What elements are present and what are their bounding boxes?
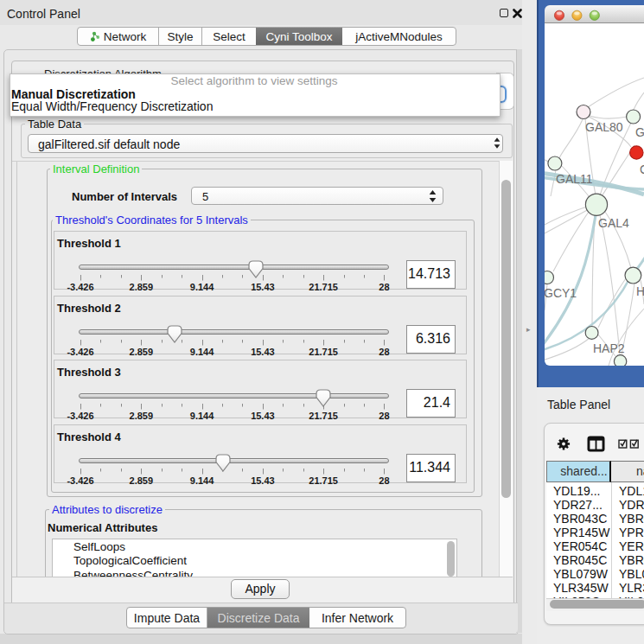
svg-text:GA: GA	[635, 125, 644, 139]
svg-text:GCY1: GCY1	[545, 286, 577, 300]
svg-text:C: C	[640, 163, 644, 176]
svg-text:GAL80: GAL80	[585, 120, 623, 134]
svg-text:GAL11: GAL11	[556, 172, 593, 186]
svg-text:HA: HA	[636, 284, 644, 298]
svg-text:GAL4: GAL4	[598, 216, 629, 230]
svg-text:HAP2: HAP2	[593, 341, 625, 355]
